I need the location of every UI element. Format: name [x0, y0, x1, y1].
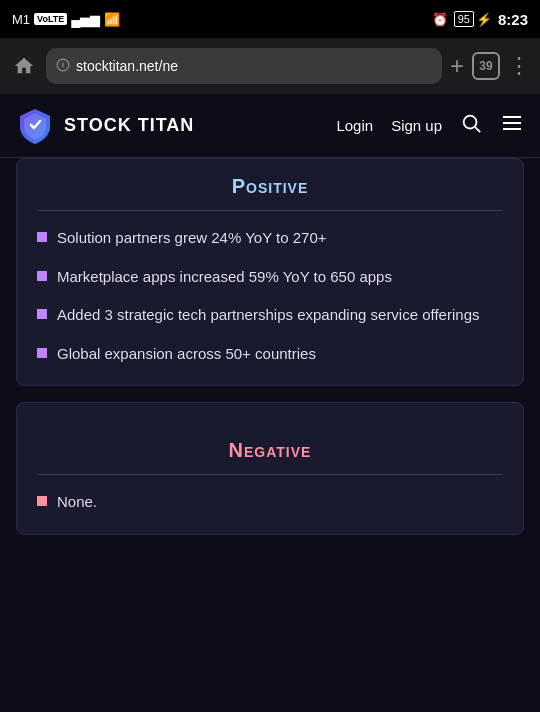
list-item: Solution partners grew 24% YoY to 270+	[37, 227, 503, 250]
svg-point-2	[464, 116, 477, 129]
bullet-icon	[37, 348, 47, 358]
volte-badge: VoLTE	[34, 13, 67, 25]
signal-icon: ▄▅▆	[71, 12, 100, 27]
browser-chrome: stocktitan.net/ne + 39 ⋮	[0, 38, 540, 94]
negative-bullet-list: None.	[37, 491, 503, 514]
negative-divider	[37, 474, 503, 475]
status-bar: M1 VoLTE ▄▅▆ 📶 ⏰ 95 ⚡ 8:23	[0, 0, 540, 38]
svg-line-3	[475, 127, 480, 132]
nav-items: Login Sign up	[336, 111, 524, 140]
charging-icon: ⚡	[476, 12, 492, 27]
negative-section-title: Negative	[37, 423, 503, 474]
bullet-text: Solution partners grew 24% YoY to 270+	[57, 227, 327, 250]
new-tab-button[interactable]: +	[450, 52, 464, 80]
bullet-icon	[37, 271, 47, 281]
site-logo-text: STOCK TITAN	[64, 115, 194, 136]
site-security-icon	[56, 58, 70, 75]
tab-count-button[interactable]: 39	[472, 52, 500, 80]
logo-area: STOCK TITAN	[16, 107, 194, 145]
negative-section: Negative None.	[16, 402, 524, 535]
alarm-icon: ⏰	[432, 12, 448, 27]
main-content: Positive Solution partners grew 24% YoY …	[0, 158, 540, 712]
menu-icon[interactable]	[500, 111, 524, 140]
positive-section: Positive Solution partners grew 24% YoY …	[16, 158, 524, 386]
login-link[interactable]: Login	[336, 117, 373, 134]
status-left: M1 VoLTE ▄▅▆ 📶	[12, 12, 120, 27]
logo-icon	[16, 107, 54, 145]
list-item: Marketplace apps increased 59% YoY to 65…	[37, 266, 503, 289]
search-icon[interactable]	[460, 112, 482, 139]
status-right: ⏰ 95 ⚡ 8:23	[432, 11, 528, 28]
bullet-text: Global expansion across 50+ countries	[57, 343, 316, 366]
bullet-icon	[37, 496, 47, 506]
list-item: Added 3 strategic tech partnerships expa…	[37, 304, 503, 327]
positive-bullet-list: Solution partners grew 24% YoY to 270+ M…	[37, 227, 503, 365]
battery-indicator: 95 ⚡	[454, 11, 492, 27]
carrier-label: M1	[12, 12, 30, 27]
site-header: STOCK TITAN Login Sign up	[0, 94, 540, 158]
positive-section-title: Positive	[37, 159, 503, 210]
signup-link[interactable]: Sign up	[391, 117, 442, 134]
bullet-icon	[37, 232, 47, 242]
bullet-text: Marketplace apps increased 59% YoY to 65…	[57, 266, 392, 289]
url-text: stocktitan.net/ne	[76, 58, 178, 74]
bullet-icon	[37, 309, 47, 319]
bullet-text: None.	[57, 491, 97, 514]
wifi-icon: 📶	[104, 12, 120, 27]
home-button[interactable]	[10, 52, 38, 80]
list-item: None.	[37, 491, 503, 514]
bullet-text: Added 3 strategic tech partnerships expa…	[57, 304, 479, 327]
clock-display: 8:23	[498, 11, 528, 28]
more-options-button[interactable]: ⋮	[508, 53, 530, 79]
browser-actions: + 39 ⋮	[450, 52, 530, 80]
list-item: Global expansion across 50+ countries	[37, 343, 503, 366]
battery-icon: 95	[454, 11, 474, 27]
url-bar[interactable]: stocktitan.net/ne	[46, 48, 442, 84]
positive-divider	[37, 210, 503, 211]
